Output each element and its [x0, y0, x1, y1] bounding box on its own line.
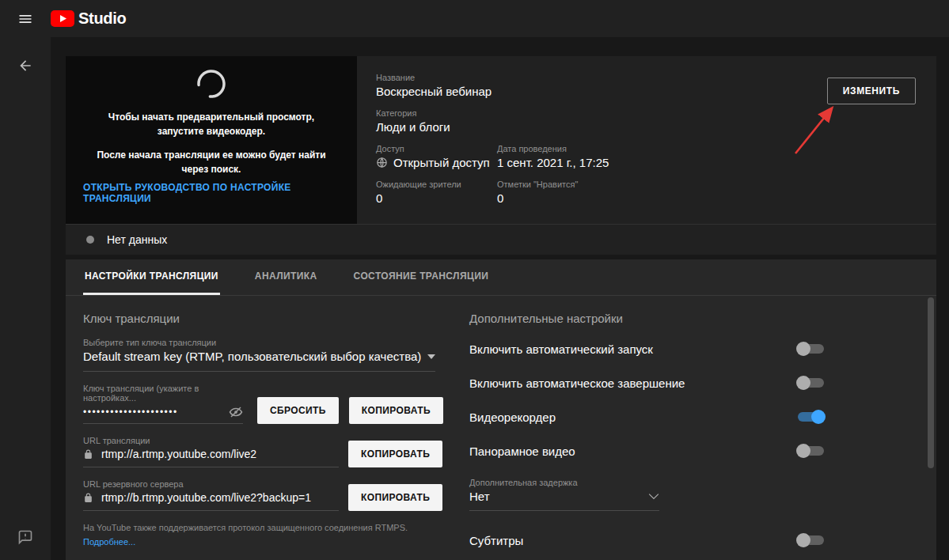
- category-value: Люди и блоги: [376, 120, 917, 134]
- toggle-knob: [796, 342, 810, 356]
- backup-url-row: URL резервного сервера rtmp://b.rtmp.you…: [83, 479, 443, 511]
- extra-delay-select[interactable]: Нет: [469, 490, 659, 511]
- brand-text: Studio: [78, 9, 126, 28]
- autostart-label: Включить автоматический запуск: [469, 342, 653, 356]
- info-row-access-date: Доступ Открытый доступ Дата проведения 1…: [376, 144, 917, 180]
- waiting-viewers-label: Ожидающие зрители: [376, 180, 497, 189]
- toggle-knob: [796, 533, 810, 547]
- autostop-label: Включить автоматическое завершение: [469, 376, 685, 390]
- category-label: Категория: [376, 108, 917, 118]
- extra-delay-block: Дополнительная задержка Нет: [469, 478, 826, 511]
- preview-message-2: После начала трансляции ее можно будет н…: [89, 148, 334, 176]
- toggle-row-dvr: Видеорекордер: [469, 409, 826, 425]
- stream-url-value: rtmp://a.rtmp.youtube.com/live2: [101, 448, 256, 460]
- subtitles-toggle[interactable]: [796, 533, 826, 547]
- tab-analytics[interactable]: АНАЛИТИКА: [253, 259, 319, 295]
- stream-key-col: Ключ трансляции (укажите в настройках...…: [83, 384, 243, 424]
- lock-icon: [83, 492, 93, 504]
- toggle-row-subtitles: Субтитры: [469, 532, 826, 548]
- main-content: Чтобы начать предварительный просмотр, з…: [51, 37, 949, 560]
- stream-key-section-title: Ключ трансляции: [83, 312, 443, 325]
- date-field: Дата проведения 1 сент. 2021 г., 17:25: [497, 144, 609, 169]
- toggle-knob: [796, 444, 810, 458]
- stream-overview-card: Чтобы начать предварительный просмотр, з…: [66, 56, 936, 224]
- scrollbar-thumb[interactable]: [928, 297, 934, 468]
- key-type-label: Выберите тип ключа трансляции: [83, 338, 443, 347]
- toggle-row-autostart: Включить автоматический запуск: [469, 341, 826, 357]
- stream-key-row: Ключ трансляции (укажите в настройках...…: [83, 384, 443, 424]
- autostart-toggle[interactable]: [796, 342, 826, 356]
- dvr-toggle[interactable]: [796, 410, 826, 424]
- copy-key-button[interactable]: КОПИРОВАТЬ: [349, 397, 443, 424]
- stream-key-section: Ключ трансляции Выберите тип ключа транс…: [83, 312, 443, 560]
- hamburger-icon: [17, 11, 33, 27]
- preview-panel: Чтобы начать предварительный просмотр, з…: [66, 56, 357, 224]
- tab-stream-health[interactable]: СОСТОЯНИЕ ТРАНСЛЯЦИИ: [352, 259, 491, 295]
- edit-button[interactable]: ИЗМЕНИТЬ: [827, 78, 916, 104]
- stream-key-field[interactable]: •••••••••••••••••••••: [83, 405, 243, 424]
- topbar: Studio: [0, 0, 949, 37]
- settings-content: Ключ трансляции Выберите тип ключа транс…: [66, 296, 936, 560]
- backup-url-col: URL резервного сервера rtmp://b.rtmp.you…: [83, 479, 339, 511]
- toggle-row-360: Панорамное видео: [469, 443, 826, 459]
- chevron-down-icon: [648, 493, 659, 500]
- feedback-icon: [17, 529, 33, 545]
- stream-info-panel: Название Воскресный вебинар Категория Лю…: [357, 56, 936, 224]
- dvr-label: Видеорекордер: [469, 411, 556, 424]
- reset-key-button[interactable]: СБРОСИТЬ: [257, 397, 339, 424]
- caret-down-icon: [427, 354, 435, 359]
- sidebar: [0, 37, 51, 560]
- autostop-toggle[interactable]: [796, 376, 826, 390]
- stream-url-row: URL трансляции rtmp://a.rtmp.youtube.com…: [83, 436, 443, 467]
- loading-spinner-icon: [195, 68, 227, 100]
- visibility-off-glyph: [229, 405, 243, 419]
- rtmps-learn-more-link[interactable]: Подробнее...: [83, 537, 135, 547]
- tab-stream-settings[interactable]: НАСТРОЙКИ ТРАНСЛЯЦИИ: [83, 259, 220, 295]
- panoramic-label: Панорамное видео: [469, 445, 575, 458]
- status-text: Нет данных: [107, 233, 167, 246]
- copy-stream-url-button[interactable]: КОПИРОВАТЬ: [348, 441, 442, 467]
- youtube-play-icon: [51, 10, 74, 27]
- stream-url-field: rtmp://a.rtmp.youtube.com/live2: [83, 448, 339, 467]
- subtitles-label: Субтитры: [469, 534, 523, 547]
- toggle-knob: [811, 410, 826, 424]
- access-text: Открытый доступ: [393, 156, 490, 169]
- copy-backup-url-button[interactable]: КОПИРОВАТЬ: [348, 484, 442, 511]
- tabbar: НАСТРОЙКИ ТРАНСЛЯЦИИ АНАЛИТИКА СОСТОЯНИЕ…: [66, 259, 936, 296]
- key-type-value: Default stream key (RTMP, пользовательск…: [83, 350, 421, 363]
- back-button[interactable]: [0, 45, 51, 86]
- youtube-studio-logo[interactable]: Studio: [51, 9, 126, 28]
- access-label: Доступ: [376, 144, 497, 153]
- globe-icon: [376, 157, 388, 168]
- eye-off-icon[interactable]: [229, 405, 243, 419]
- backup-url-value: rtmp://b.rtmp.youtube.com/live2?backup=1: [101, 491, 311, 504]
- toggle-knob: [796, 376, 810, 390]
- additional-settings-section: Дополнительные настройки Включить автома…: [469, 312, 826, 560]
- backup-url-label: URL резервного сервера: [83, 479, 339, 489]
- extra-delay-value: Нет: [469, 490, 490, 503]
- date-value: 1 сент. 2021 г., 17:25: [497, 156, 609, 169]
- stream-setup-guide-link[interactable]: ОТКРЫТЬ РУКОВОДСТВО ПО НАСТРОЙКЕ ТРАНСЛЯ…: [83, 182, 357, 204]
- toggle-row-autostop: Включить автоматическое завершение: [469, 375, 826, 391]
- waiting-viewers-value: 0: [376, 191, 497, 205]
- backup-url-field: rtmp://b.rtmp.youtube.com/live2?backup=1: [83, 491, 339, 511]
- feedback-button[interactable]: [0, 519, 51, 555]
- preview-message-1: Чтобы начать предварительный просмотр, з…: [89, 110, 334, 138]
- likes-value: 0: [497, 191, 578, 205]
- panoramic-toggle[interactable]: [796, 444, 826, 458]
- waiting-viewers-field: Ожидающие зрители 0: [376, 180, 497, 205]
- status-dot-icon: [86, 236, 94, 244]
- rtmps-note: На YouTube также поддерживается протокол…: [83, 522, 435, 534]
- date-label: Дата проведения: [497, 144, 609, 153]
- access-value: Открытый доступ: [376, 156, 497, 169]
- info-row-viewers-likes: Ожидающие зрители 0 Отметки "Нравится" 0: [376, 180, 917, 215]
- menu-icon[interactable]: [0, 0, 51, 37]
- category-field: Категория Люди и блоги: [376, 108, 917, 134]
- extra-delay-label: Дополнительная задержка: [469, 478, 826, 487]
- key-type-select[interactable]: Default stream key (RTMP, пользовательск…: [83, 350, 435, 372]
- status-row: Нет данных: [66, 224, 936, 255]
- arrow-left-icon: [17, 58, 33, 74]
- likes-field: Отметки "Нравится" 0: [497, 180, 578, 205]
- stream-url-col: URL трансляции rtmp://a.rtmp.youtube.com…: [83, 436, 339, 467]
- stream-key-value: •••••••••••••••••••••: [83, 407, 178, 418]
